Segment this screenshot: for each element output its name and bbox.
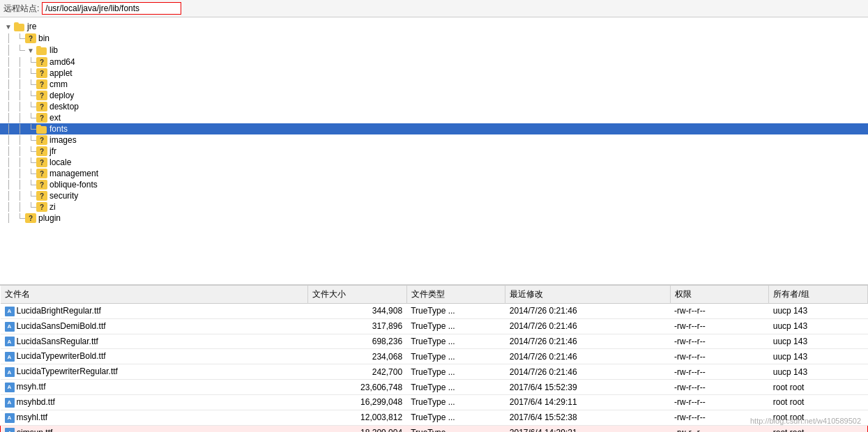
question-icon-bin: ?	[25, 33, 36, 43]
table-row[interactable]: Amsyhl.ttf12,003,812TrueType ...2017/6/4…	[1, 410, 868, 425]
vline-oblique-0	[3, 180, 14, 190]
tree-label-cmm: cmm	[50, 79, 68, 89]
tree-node-cmm[interactable]: ? cmm	[0, 79, 868, 90]
tree-node-jre[interactable]: ▼ jre	[0, 20, 868, 33]
file-list-scroll[interactable]: 文件名 文件大小 文件类型 最近修改 权限 所有者/组 ALucidaBrigh…	[0, 286, 868, 432]
file-size: 12,003,812	[307, 410, 406, 425]
expander-jre[interactable]: ▼	[3, 21, 14, 32]
file-perms: -rw-r--r--	[670, 349, 769, 364]
vline-cmm-1	[14, 79, 25, 89]
file-icon: A	[5, 352, 15, 362]
tree-node-jfr[interactable]: ? jfr	[0, 146, 868, 157]
col-header-modified[interactable]: 最近修改	[505, 286, 670, 304]
file-type: TrueType ...	[406, 380, 505, 395]
tree-label-applet: applet	[50, 68, 73, 78]
folder-icon-fonts	[36, 124, 47, 134]
table-header-row: 文件名 文件大小 文件类型 最近修改 权限 所有者/组	[1, 286, 868, 304]
tree-node-zi[interactable]: ? zi	[0, 201, 868, 213]
tree-label-deploy: deploy	[50, 91, 74, 100]
file-name: LucidaSansRegular.ttf	[17, 337, 98, 346]
file-icon: A	[5, 367, 15, 377]
file-name: LucidaBrightRegular.ttf	[17, 306, 101, 316]
file-size: 698,236	[307, 334, 406, 349]
tree-node-management[interactable]: ? management	[0, 168, 868, 179]
vline-images-0	[3, 135, 14, 145]
hline-zi	[25, 202, 36, 212]
address-bar: 远程站点: /usr/local/java/jre/lib/fonts	[0, 0, 868, 17]
file-type: TrueType ...	[406, 364, 505, 380]
tree-node-plugin[interactable]: ? plugin	[0, 213, 868, 224]
col-header-perms[interactable]: 权限	[670, 286, 769, 304]
hline-plugin	[14, 213, 25, 223]
hline-lib	[14, 45, 25, 56]
file-owner: root root	[769, 394, 868, 410]
tree-label-bin: bin	[38, 33, 50, 43]
file-modified: 2014/7/26 0:21:46	[505, 349, 670, 364]
tree-node-amd64[interactable]: ? amd64	[0, 56, 868, 68]
file-type: TrueType ...	[406, 425, 505, 432]
hline-locale	[25, 157, 36, 167]
tree-node-oblique-fonts[interactable]: ? oblique-fonts	[0, 179, 868, 190]
tree-node-locale[interactable]: ? locale	[0, 157, 868, 168]
file-size: 344,908	[307, 304, 406, 319]
vline-bin-0	[3, 33, 14, 43]
tree-node-lib[interactable]: ▼ lib	[0, 44, 868, 56]
table-row[interactable]: ALucidaSansDemiBold.ttf317,896TrueType .…	[1, 318, 868, 334]
remote-label: 远程站点:	[3, 3, 39, 15]
tree-label-management: management	[50, 169, 98, 178]
col-header-type[interactable]: 文件类型	[406, 286, 505, 304]
tree-label-desktop: desktop	[50, 102, 79, 111]
vline-management-0	[3, 169, 14, 178]
file-name: LucidaSansDemiBold.ttf	[17, 321, 106, 331]
file-name: msyh.ttf	[17, 382, 46, 392]
tree-node-applet[interactable]: ? applet	[0, 68, 868, 79]
file-name: LucidaTypewriterRegular.ttf	[17, 367, 118, 376]
tree-node-fonts[interactable]: fonts	[0, 123, 868, 134]
tree-node-deploy[interactable]: ? deploy	[0, 90, 868, 101]
file-name: msyhl.ttf	[17, 412, 48, 422]
table-row[interactable]: Asimsun.ttf18,209,004TrueType ...2017/6/…	[1, 425, 868, 432]
col-header-owner[interactable]: 所有者/组	[769, 286, 868, 304]
tree-node-bin[interactable]: ? bin	[0, 33, 868, 44]
watermark: http://blog.csdn.net/w410589502	[750, 417, 861, 425]
tree-area: ▼ jre ? bin ▼ lib	[0, 17, 868, 284]
question-icon-applet: ?	[36, 68, 47, 78]
tree-label-amd64: amd64	[50, 57, 75, 67]
remote-path[interactable]: /usr/local/java/jre/lib/fonts	[42, 2, 181, 15]
tree-node-security[interactable]: ? security	[0, 190, 868, 201]
question-icon-plugin: ?	[25, 213, 36, 223]
file-modified: 2014/7/26 0:21:46	[505, 318, 670, 334]
tree-node-images[interactable]: ? images	[0, 134, 868, 146]
hline-deploy	[25, 91, 36, 100]
tree-node-ext[interactable]: ? ext	[0, 112, 868, 123]
table-row[interactable]: Amsyhbd.ttf16,299,048TrueType ...2017/6/…	[1, 394, 868, 410]
table-row[interactable]: ALucidaTypewriterBold.ttf234,068TrueType…	[1, 349, 868, 364]
table-row[interactable]: ALucidaTypewriterRegular.ttf242,700TrueT…	[1, 364, 868, 380]
table-row[interactable]: ALucidaBrightRegular.ttf344,908TrueType …	[1, 304, 868, 319]
hline-amd64	[25, 57, 36, 67]
table-row[interactable]: Amsyh.ttf23,606,748TrueType ...2017/6/4 …	[1, 380, 868, 395]
file-perms: -rw-r--r--	[670, 380, 769, 395]
vline-locale-1	[14, 157, 25, 167]
question-icon-desktop: ?	[36, 102, 47, 111]
file-owner: uucp 143	[769, 349, 868, 364]
file-perms: -rw-r--r--	[670, 425, 769, 432]
expander-lib[interactable]: ▼	[25, 45, 36, 56]
vline-locale-0	[3, 157, 14, 167]
file-name: simsun.ttf	[17, 428, 52, 432]
hline-ext	[25, 113, 36, 123]
tree-label-lib: lib	[50, 45, 58, 55]
question-icon-security: ?	[36, 191, 47, 201]
file-icon: A	[5, 398, 15, 408]
table-row[interactable]: ALucidaSansRegular.ttf698,236TrueType ..…	[1, 334, 868, 349]
col-header-filename[interactable]: 文件名	[1, 286, 308, 304]
file-type: TrueType ...	[406, 394, 505, 410]
col-header-size[interactable]: 文件大小	[307, 286, 406, 304]
hline-security	[25, 191, 36, 201]
file-name: LucidaTypewriterBold.ttf	[17, 351, 106, 361]
file-owner: uucp 143	[769, 334, 868, 349]
file-type: TrueType ...	[406, 349, 505, 364]
vline-cmm-0	[3, 79, 14, 89]
tree-node-desktop[interactable]: ? desktop	[0, 101, 868, 112]
vline-ext-0	[3, 113, 14, 123]
